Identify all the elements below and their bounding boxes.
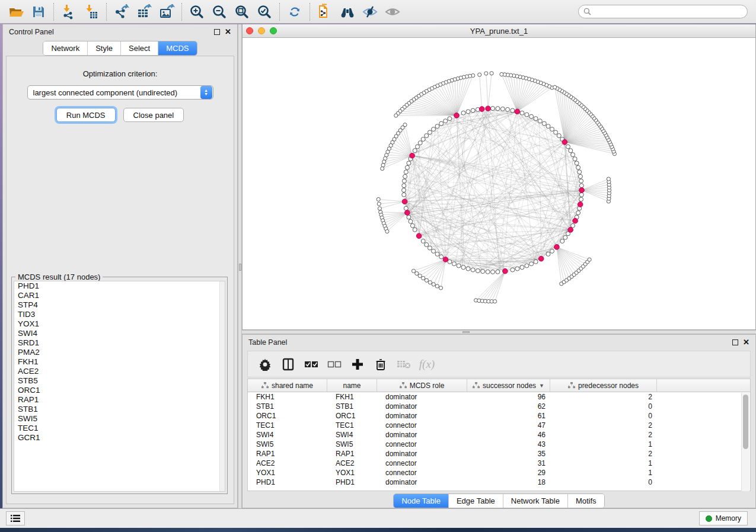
delete-table-button[interactable] [395, 355, 413, 373]
ring-node[interactable] [428, 130, 432, 134]
import-table-button[interactable] [80, 2, 103, 22]
ring-node[interactable] [520, 111, 524, 115]
table-cell[interactable]: 1 [550, 468, 657, 477]
column-header-predecessor-nodes[interactable]: predecessor nodes [550, 379, 657, 392]
table-cell[interactable]: FKH1 [327, 392, 377, 402]
column-header-name[interactable]: name [327, 379, 377, 392]
horizontal-splitter[interactable] [242, 330, 756, 334]
ring-node[interactable] [471, 268, 475, 272]
zoom-selected-button[interactable] [253, 2, 276, 22]
ring-node[interactable] [416, 145, 420, 149]
ring-node[interactable] [444, 119, 448, 123]
tab-style[interactable]: Style [88, 41, 121, 55]
ring-node[interactable] [534, 117, 538, 121]
ring-node[interactable] [520, 265, 524, 270]
ring-node[interactable] [538, 119, 542, 123]
ring-node[interactable] [500, 107, 505, 111]
ring-node[interactable] [550, 127, 554, 132]
list-scrollbar[interactable] [219, 281, 225, 491]
ring-node[interactable] [566, 145, 570, 149]
mcds-result-item[interactable]: CAR1 [14, 291, 225, 300]
table-cell[interactable]: TEC1 [248, 421, 327, 430]
ring-node[interactable] [579, 179, 583, 183]
add-column-button[interactable] [349, 355, 366, 373]
table-cell[interactable]: 96 [467, 392, 550, 402]
ring-node[interactable] [418, 141, 422, 145]
search-input[interactable] [594, 8, 742, 16]
ring-node[interactable] [466, 267, 470, 271]
table-cell[interactable]: 2 [550, 421, 657, 430]
ring-node[interactable] [511, 268, 515, 272]
ring-node[interactable] [476, 269, 480, 273]
tab-edge-table[interactable]: Edge Table [449, 494, 503, 508]
table-row[interactable]: SWI5SWI5connector431 [248, 440, 750, 449]
leaf-node[interactable] [607, 177, 610, 181]
table-row[interactable]: SWI4SWI4dominator462 [248, 430, 750, 440]
ring-node[interactable] [457, 264, 461, 268]
table-cell[interactable]: 62 [467, 402, 550, 411]
delete-column-button[interactable] [372, 355, 390, 373]
leaf-node[interactable] [418, 274, 422, 278]
table-cell[interactable]: 47 [467, 421, 550, 430]
ring-node[interactable] [563, 235, 567, 239]
save-session-button[interactable] [27, 2, 50, 22]
leaf-node[interactable] [493, 300, 497, 303]
ring-node[interactable] [486, 270, 490, 274]
table-cell[interactable]: dominator [377, 430, 467, 440]
ring-node[interactable] [410, 223, 414, 227]
mcds-hub-node[interactable] [568, 227, 573, 233]
mcds-result-item[interactable]: RAP1 [14, 395, 225, 405]
ring-node[interactable] [421, 239, 425, 243]
ring-node[interactable] [432, 249, 436, 253]
table-cell[interactable]: RAP1 [248, 449, 327, 459]
table-cell[interactable]: connector [377, 440, 467, 449]
leaf-node[interactable] [385, 230, 389, 233]
ring-node[interactable] [578, 170, 582, 174]
run-mcds-button[interactable]: Run MCDS [56, 108, 116, 122]
ring-node[interactable] [461, 265, 465, 270]
table-row[interactable]: ORC1ORC1dominator610 [248, 411, 750, 421]
tab-network[interactable]: Network [43, 41, 88, 55]
table-cell[interactable]: 46 [467, 430, 550, 440]
leaf-node[interactable] [381, 164, 385, 167]
leaf-node[interactable] [381, 167, 384, 171]
table-cell[interactable]: 1 [550, 440, 657, 449]
ring-node[interactable] [576, 211, 580, 215]
table-row[interactable]: YOX1YOX1connector291 [248, 468, 750, 477]
ring-node[interactable] [571, 153, 575, 157]
column-header-MCDS-role[interactable]: MCDS role [377, 379, 467, 392]
leaf-node[interactable] [377, 197, 380, 201]
leaf-node[interactable] [412, 269, 415, 273]
mcds-hub-node[interactable] [486, 106, 491, 111]
mcds-result-item[interactable]: ACE2 [14, 367, 225, 376]
table-cell[interactable]: 29 [467, 468, 550, 477]
ring-node[interactable] [428, 246, 432, 250]
table-row[interactable]: FKH1FKH1dominator962 [248, 392, 750, 402]
ring-node[interactable] [529, 114, 534, 118]
float-panel-icon[interactable] [214, 29, 220, 35]
table-settings-button[interactable] [256, 355, 274, 373]
table-row[interactable]: PHD1PHD1dominator180 [248, 477, 750, 487]
table-cell[interactable]: 61 [467, 411, 550, 421]
leaf-node[interactable] [432, 283, 435, 286]
hide-selection-button[interactable] [359, 2, 381, 22]
mcds-hub-node[interactable] [503, 268, 508, 274]
mcds-hub-node[interactable] [573, 218, 578, 223]
table-scrollbar[interactable] [741, 393, 749, 491]
table-cell[interactable]: 31 [467, 459, 550, 468]
ring-node[interactable] [496, 107, 500, 111]
column-header-successor-nodes[interactable]: successor nodes▼ [467, 379, 550, 392]
ring-node[interactable] [550, 249, 554, 253]
zoom-in-button[interactable] [186, 2, 208, 22]
ring-node[interactable] [546, 124, 550, 129]
mcds-result-item[interactable]: SWI5 [14, 414, 225, 424]
ring-node[interactable] [573, 157, 577, 161]
table-cell[interactable]: connector [377, 421, 467, 430]
mcds-result-item[interactable]: STP4 [14, 300, 225, 310]
tab-network-table[interactable]: Network Table [503, 494, 568, 508]
export-network-button[interactable] [110, 2, 133, 22]
table-cell[interactable]: RAP1 [327, 449, 377, 459]
table-cell[interactable]: connector [377, 468, 467, 477]
ring-node[interactable] [403, 174, 407, 178]
table-row[interactable]: ACE2ACE2connector311 [248, 459, 750, 468]
